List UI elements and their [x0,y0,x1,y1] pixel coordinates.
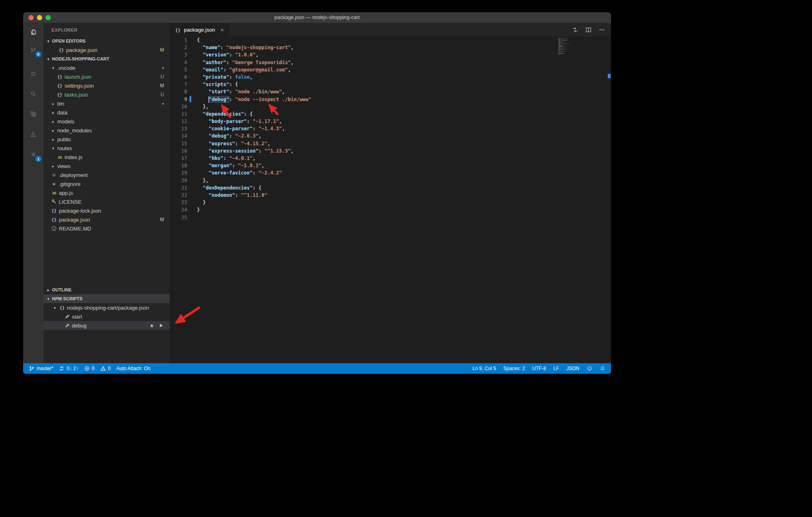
smiley-icon [587,366,592,371]
sidebar-title: EXPLORER [43,23,170,37]
status-feedback[interactable] [587,366,592,371]
overview-ruler-marker [608,74,611,78]
zoom-window-button[interactable] [45,15,51,20]
open-changes-icon[interactable] [572,26,579,33]
tree-item-data[interactable]: ▸data [43,108,170,117]
extensions-icon [30,111,37,117]
line-number: 12 [170,118,187,125]
status-eol[interactable]: LF [553,366,559,371]
tree-item-deployment[interactable]: ≡.deployment [43,170,170,179]
chevron-down-icon: ▾ [46,57,51,61]
item-label: .gitignore [59,181,80,187]
status-git-branch[interactable]: master* [29,366,53,371]
tree-item-routes[interactable]: ▾routes [43,144,170,153]
code-line: }, [197,103,611,110]
editor-group: {} package.json × 1234567891011121314151… [170,23,611,363]
tree-item-vscode[interactable]: ▾.vscode● [43,63,170,72]
tree-item-gitignore[interactable]: ◆.gitignore [43,179,170,188]
js-icon: JS [51,190,57,196]
npm-script-debug[interactable]: debug [43,321,170,330]
status-errors[interactable]: 0 [84,366,95,371]
activity-bar-item-source-control[interactable]: 5 [23,41,43,59]
status-encoding[interactable]: UTF-8 [532,366,546,371]
tree-item-bin[interactable]: ▸bin● [43,99,170,108]
tree-item-index-js[interactable]: JSindex.js [43,153,170,162]
line-numbers: 1234567891011121314151617181920212223242… [170,37,197,363]
npm-script-nodejs-shopping-cart-package-json[interactable]: ▾{}nodejs-shopping-cart/package.json [43,303,170,312]
split-editor-icon[interactable] [585,26,592,33]
project-root-header[interactable]: ▾ NODEJS-SHOPPING-CART [43,54,170,63]
title-bar: package.json — nodejs-shopping-cart [23,12,611,23]
line-number: 18 [170,162,187,169]
diamond-icon: ◆ [51,181,57,187]
open-editors-header[interactable]: ▾ OPEN EDITORS [43,37,170,45]
minimap[interactable]: { "name": "nodejs-shopping-cart", "versi… [558,37,579,59]
status-language-mode[interactable]: JSON [566,366,579,371]
tree-item-readme-md[interactable]: README.MD [43,224,170,233]
code-line: "serve-favicon": "~2.4.2" [197,169,611,177]
item-label: bin [57,101,64,107]
activity-bar-item-settings[interactable]: 1 [23,146,43,164]
status-indentation[interactable]: Spaces: 2 [503,366,525,371]
tree-item-tasks-json[interactable]: {}tasks.jsonU [43,90,170,99]
json-icon: {} [51,216,57,223]
status-bar: master*0↓ 2↑00Auto Attach: On Ln 9, Col … [23,363,611,374]
tree-item-package-lock-json[interactable]: {}package-lock.json [43,206,170,215]
tree-item-app-js[interactable]: JSapp.js [43,188,170,197]
chevron-down-icon: ▾ [46,39,51,43]
line-number: 5 [170,66,187,73]
traffic-lights [28,15,51,20]
tree-item-views[interactable]: ▸views [43,162,170,170]
tree-item-launch-json[interactable]: {}launch.jsonU [43,72,170,81]
tree-item-public[interactable]: ▸public [43,135,170,144]
pane-label: NPM SCRIPTS [52,296,82,301]
status-warnings[interactable]: 0 [100,366,111,371]
activity-bar-item-azure[interactable] [23,125,43,143]
line-number: 25 [170,214,187,221]
tree-item-license[interactable]: LICENSE [43,197,170,206]
close-tab-icon[interactable]: × [220,26,224,33]
line-number: 16 [170,147,187,155]
modified-contents-dot: ● [162,66,164,70]
warning-icon [100,366,106,371]
tab-package-json[interactable]: {} package.json × [170,23,229,37]
tab-label: package.json [184,27,215,33]
status-text: UTF-8 [532,366,546,371]
play-icon[interactable] [158,323,164,328]
status-notifications[interactable] [600,366,605,371]
line-number: 7 [170,81,187,88]
tree-item-settings-json[interactable]: {}settings.jsonM [43,81,170,90]
line-number: 17 [170,155,187,162]
npm-script-start[interactable]: start [43,312,170,321]
activity-badge: 1 [35,156,41,162]
chevron-down-icon: ▾ [52,306,57,310]
code-line: "scripts": { [197,81,611,88]
code-content[interactable]: { "name": "nodejs-shopping-cart", "versi… [197,37,611,363]
git-status-badge: M [160,217,164,222]
tree-item-package-json[interactable]: {}package.jsonM [43,215,170,224]
tree-item-models[interactable]: ▸models [43,117,170,126]
activity-bar-item-search[interactable] [23,85,43,103]
status-auto-attach[interactable]: Auto Attach: On [116,366,150,371]
files-icon [30,29,37,35]
code-editor[interactable]: 1234567891011121314151617181920212223242… [170,37,611,363]
npm-scripts-header[interactable]: ▾ NPM SCRIPTS [43,294,170,303]
git-status-badge: M [160,83,164,88]
status-sync-status[interactable]: 0↓ 2↑ [59,366,78,371]
code-line: "email": "gtsopour@gmail.com", [197,66,611,73]
outline-header[interactable]: ▸ OUTLINE [43,285,170,294]
chevron-right-icon: ▸ [51,101,56,106]
more-icon[interactable] [598,26,605,33]
tree-item-node-modules[interactable]: ▸node_modules [43,126,170,135]
status-cursor-position[interactable]: Ln 9, Col 5 [473,366,496,371]
minimize-window-button[interactable] [37,15,42,20]
activity-bar-item-debug[interactable] [23,65,43,82]
open-editor-package-json[interactable]: {}package.jsonM [43,45,170,54]
activity-bar-item-explorer[interactable] [23,23,43,41]
item-label: .vscode [57,65,76,71]
activity-bar-item-extensions[interactable] [23,105,43,123]
close-window-button[interactable] [28,15,34,20]
item-label: settings.json [65,83,94,89]
bug-icon[interactable] [149,323,155,328]
item-label: debug [72,323,86,329]
